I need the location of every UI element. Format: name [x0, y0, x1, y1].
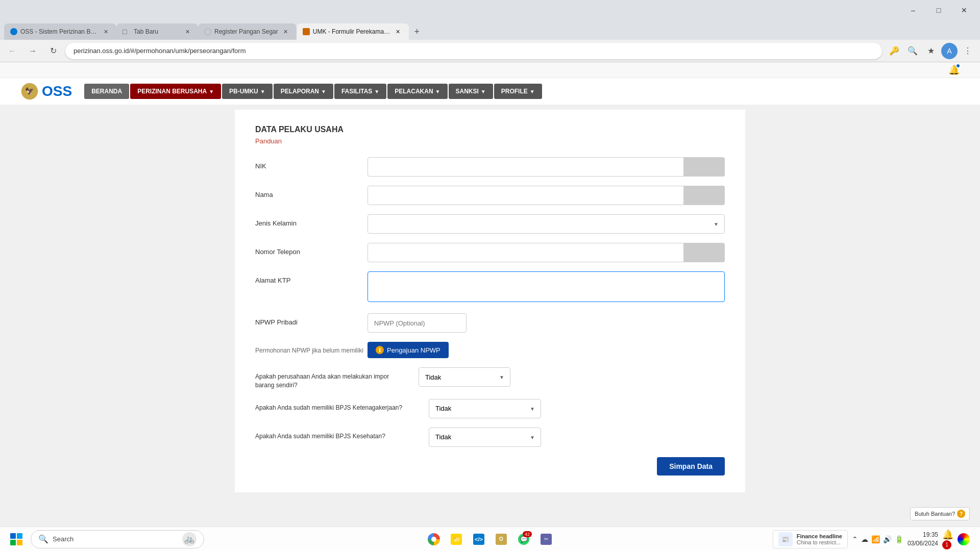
restore-button[interactable]: □: [927, 2, 950, 18]
tab-2[interactable]: □ Tab Baru ✕: [116, 23, 198, 40]
reload-button[interactable]: ↻: [45, 43, 61, 59]
color-theme-icon[interactable]: [958, 533, 970, 545]
nav-sanksi[interactable]: SANKSI ▼: [449, 84, 493, 99]
npwp-pribadi-input[interactable]: [368, 313, 467, 333]
taskbar-notification[interactable]: 🔔 1: [942, 529, 953, 549]
taskbar-right: 📰 Finance headline China to restrict... …: [773, 529, 974, 549]
taskbar-whatsapp[interactable]: 💬 42: [513, 529, 534, 549]
tab-4-title: UMK - Formulir Perekaman Pe...: [313, 28, 390, 35]
whatsapp-badge: 42: [523, 531, 532, 537]
permohonan-npwp-control: ℹ Pengajuan NPWP: [368, 342, 725, 358]
system-clock[interactable]: 19:35 03/06/2024: [908, 531, 938, 548]
nama-input[interactable]: [368, 186, 684, 205]
bookmark-icon[interactable]: ★: [923, 43, 939, 59]
section-title: DATA PELAKU USAHA: [255, 125, 725, 134]
permohonan-npwp-label: Permohonan NPWP jika belum memiliki: [255, 342, 368, 354]
search-browser-icon[interactable]: 🔍: [904, 43, 921, 59]
news-ticker[interactable]: 📰 Finance headline China to restrict...: [773, 530, 848, 548]
alamat-ktp-input[interactable]: [368, 271, 725, 302]
volume-icon[interactable]: 🔊: [883, 535, 892, 543]
battery-icon[interactable]: 🔋: [895, 535, 903, 543]
bpjs-kesehatan-select[interactable]: Tidak Ya: [429, 428, 541, 447]
nav-fasilitas[interactable]: FASILITAS ▼: [334, 84, 386, 99]
system-tray: ⌃ ☁ 📶 🔊 🔋: [852, 535, 903, 543]
help-icon: ?: [957, 510, 965, 518]
pengajuan-npwp-button[interactable]: ℹ Pengajuan NPWP: [368, 342, 449, 358]
nav-pelaporan[interactable]: PELAPORAN ▼: [274, 84, 333, 99]
permohonan-npwp-row: Permohonan NPWP jika belum memiliki ℹ Pe…: [255, 342, 725, 358]
tab-3-favicon: [204, 28, 211, 35]
tab-4[interactable]: UMK - Formulir Perekaman Pe... ✕: [297, 23, 409, 40]
tray-arrow[interactable]: ⌃: [852, 535, 858, 543]
import-control: Tidak Ya: [419, 367, 725, 387]
tab-4-close[interactable]: ✕: [394, 27, 403, 36]
nav-pelacakan[interactable]: PELACAKAN ▼: [387, 84, 447, 99]
tab-1-favicon: [10, 28, 17, 35]
bpjs-kesehatan-control: Tidak Ya: [429, 428, 725, 447]
nik-input[interactable]: [368, 157, 684, 177]
simpan-data-button[interactable]: Simpan Data: [657, 457, 725, 475]
npwp-pribadi-label: NPWP Pribadi: [255, 313, 368, 326]
windows-logo: [10, 533, 22, 545]
tab-3[interactable]: Register Pangan Segar ✕: [198, 23, 297, 40]
profile-avatar[interactable]: A: [941, 43, 958, 59]
taskbar-chrome[interactable]: [424, 529, 444, 549]
nav-pb-umku[interactable]: PB-UMKU ▼: [222, 84, 273, 99]
taskbar-vscode[interactable]: </>: [469, 529, 489, 549]
password-icon[interactable]: 🔑: [886, 43, 902, 59]
help-button[interactable]: Butuh Bantuan? ?: [910, 507, 970, 520]
oss-app-icon: O: [496, 534, 507, 545]
chrome-icon: [428, 533, 440, 545]
bpjs-ketenagakerjaan-label: Apakah Anda sudah memiliki BPJS Ketenaga…: [255, 399, 429, 411]
jenis-kelamin-label: Jenis Kelamin: [255, 214, 368, 227]
address-bar-input[interactable]: [65, 43, 882, 59]
nav-menu: BERANDA PERIZINAN BERUSAHA ▼ PB-UMKU ▼ P…: [84, 84, 542, 99]
profile-chevron: ▼: [530, 89, 535, 94]
nomor-telepon-input[interactable]: [368, 243, 684, 262]
tab-1[interactable]: OSS - Sistem Perizinan Berusa... ✕: [4, 23, 116, 40]
tab-2-close[interactable]: ✕: [183, 27, 192, 36]
cloud-icon[interactable]: ☁: [861, 535, 868, 543]
oss-logo-text[interactable]: OSS: [42, 83, 72, 99]
simpan-btn-row: Simpan Data: [255, 457, 725, 475]
alamat-ktp-row: Alamat KTP: [255, 271, 725, 304]
import-label: Apakah perusahaan Anda akan melakukan im…: [255, 367, 408, 390]
nomor-telepon-label: Nomor Telepon: [255, 243, 368, 256]
minimize-button[interactable]: –: [901, 2, 925, 18]
panduan-link[interactable]: Panduan: [255, 137, 725, 145]
oss-logo: 🦅 OSS: [20, 82, 72, 101]
back-button[interactable]: ←: [4, 43, 20, 59]
bpjs-ketenagakerjaan-select[interactable]: Tidak Ya: [429, 399, 541, 418]
tab-3-close[interactable]: ✕: [281, 27, 290, 36]
tab-4-favicon: [303, 28, 310, 35]
start-button[interactable]: [6, 529, 27, 549]
nav-beranda[interactable]: BERANDA: [84, 84, 129, 99]
jenis-kelamin-select[interactable]: Laki-laki Perempuan: [368, 214, 725, 234]
new-tab-button[interactable]: +: [409, 23, 425, 40]
taskbar-snipping[interactable]: ✂: [536, 529, 556, 549]
tab-1-title: OSS - Sistem Perizinan Berusa...: [20, 28, 98, 35]
jenis-kelamin-row: Jenis Kelamin Laki-laki Perempuan: [255, 214, 725, 234]
taskbar-file-explorer[interactable]: 📁: [446, 529, 467, 549]
tab-2-favicon: □: [122, 28, 131, 36]
nomor-telepon-control: [368, 243, 725, 262]
forward-button[interactable]: →: [24, 43, 41, 59]
pelaporan-chevron: ▼: [321, 89, 326, 94]
taskbar-oss-app[interactable]: O: [491, 529, 511, 549]
bpjs-ketenagakerjaan-row: Apakah Anda sudah memiliki BPJS Ketenaga…: [255, 399, 725, 418]
close-button[interactable]: ✕: [952, 2, 976, 18]
nav-perizinan-berusaha[interactable]: PERIZINAN BERUSAHA ▼: [130, 84, 221, 99]
taskbar-search[interactable]: 🔍 Search 🚲: [31, 530, 204, 548]
tab-1-close[interactable]: ✕: [101, 27, 110, 36]
import-select[interactable]: Tidak Ya: [419, 367, 510, 387]
search-bike-icon: 🚲: [182, 532, 197, 546]
nama-addon: [684, 186, 725, 205]
menu-icon[interactable]: ⋮: [960, 43, 976, 59]
perizinan-chevron: ▼: [209, 89, 214, 94]
wifi-icon[interactable]: 📶: [871, 535, 880, 543]
news-sub: China to restrict...: [797, 539, 842, 545]
sanksi-chevron: ▼: [481, 89, 486, 94]
nik-control: [368, 157, 725, 177]
clock-date: 03/06/2024: [908, 539, 938, 548]
nav-profile[interactable]: PROFILE ▼: [494, 84, 542, 99]
